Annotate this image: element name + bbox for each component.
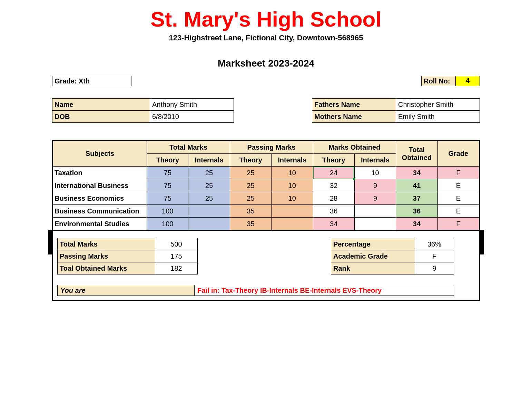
cell: 28 bbox=[313, 192, 354, 205]
subject-name: Taxation bbox=[53, 167, 147, 179]
grade-label: Grade: Xth bbox=[52, 76, 131, 86]
student-right-table: Fathers Name Christopher Smith Mothers N… bbox=[312, 98, 480, 123]
status-value: Fail in: Tax-Theory IB-Internals BE-Inte… bbox=[195, 285, 454, 296]
cell: 35 bbox=[230, 218, 271, 231]
cell bbox=[188, 218, 230, 231]
cell: 34 bbox=[396, 167, 437, 179]
subject-name: Environmental Studies bbox=[53, 218, 147, 231]
student-info-row: Name Anthony Smith DOB 6/8/2010 Fathers … bbox=[52, 98, 480, 123]
table-row: Business Communication100353636E bbox=[53, 205, 480, 218]
header-mo-internals: Internals bbox=[354, 154, 396, 167]
cell: 34 bbox=[313, 218, 354, 231]
header-pm-theory: Theory bbox=[230, 154, 271, 167]
cell: E bbox=[437, 192, 479, 205]
cell: 9 bbox=[354, 192, 396, 205]
cell: 41 bbox=[396, 179, 437, 192]
total-marks-value: 500 bbox=[155, 238, 198, 250]
cell: 10 bbox=[272, 167, 313, 179]
table-row: Taxation75252510241034F bbox=[53, 167, 480, 179]
cell: 34 bbox=[396, 218, 437, 231]
grade-roll-row: Grade: Xth Roll No: 4 bbox=[52, 76, 480, 86]
cell: 25 bbox=[230, 192, 271, 205]
cell: 10 bbox=[272, 192, 313, 205]
header-grade: Grade bbox=[437, 141, 479, 167]
cell: F bbox=[437, 167, 479, 179]
summary-right-table: Percentage 36% Academic Grade F Rank 9 bbox=[331, 238, 454, 274]
marksheet-title: Marksheet 2023-2024 bbox=[52, 58, 480, 69]
cell bbox=[354, 218, 396, 231]
roll-no-label: Roll No: bbox=[421, 76, 456, 86]
cell: 36 bbox=[313, 205, 354, 218]
cell: 35 bbox=[230, 205, 271, 218]
academic-grade-label: Academic Grade bbox=[331, 250, 415, 262]
rank-value: 9 bbox=[415, 262, 454, 274]
cell: 100 bbox=[147, 205, 188, 218]
cell: 36 bbox=[396, 205, 437, 218]
cell bbox=[272, 218, 313, 231]
cell: 32 bbox=[313, 179, 354, 192]
cell bbox=[272, 205, 313, 218]
obtained-marks-label: Toal Obtained Marks bbox=[58, 262, 155, 274]
passing-marks-value: 175 bbox=[155, 250, 198, 262]
father-label: Fathers Name bbox=[312, 99, 396, 111]
cell: F bbox=[437, 218, 479, 231]
roll-box: Roll No: 4 bbox=[421, 76, 480, 86]
percentage-label: Percentage bbox=[331, 238, 415, 250]
cell: 10 bbox=[354, 167, 396, 179]
cell: 75 bbox=[147, 192, 188, 205]
summary-section: Total Marks 500 Passing Marks 175 Toal O… bbox=[52, 231, 480, 301]
cell: 25 bbox=[188, 179, 230, 192]
cell bbox=[354, 205, 396, 218]
header-passing-marks: Passing Marks bbox=[230, 141, 313, 154]
header-tm-theory: Theory bbox=[147, 154, 188, 167]
marksheet-document: St. Mary's High School 123-Highstreet La… bbox=[52, 7, 480, 301]
student-left-table: Name Anthony Smith DOB 6/8/2010 bbox=[52, 98, 234, 123]
school-address: 123-Highstreet Lane, Fictional City, Dow… bbox=[52, 33, 480, 42]
cell: 75 bbox=[147, 167, 188, 179]
cell: 100 bbox=[147, 218, 188, 231]
table-row: Environmental Studies100353434F bbox=[53, 218, 480, 231]
header-total-obtained: Total Obtained bbox=[396, 141, 437, 167]
status-label: You are bbox=[57, 285, 195, 296]
name-value: Anthony Smith bbox=[150, 99, 234, 111]
header-total-marks: Total Marks bbox=[147, 141, 230, 154]
cell: 25 bbox=[188, 167, 230, 179]
marks-table: Subjects Total Marks Passing Marks Marks… bbox=[52, 140, 480, 231]
header-pm-internals: Internals bbox=[272, 154, 313, 167]
cell: 37 bbox=[396, 192, 437, 205]
cell: E bbox=[437, 179, 479, 192]
roll-no-value: 4 bbox=[456, 76, 480, 86]
cell: E bbox=[437, 205, 479, 218]
subject-name: Business Communication bbox=[53, 205, 147, 218]
subject-name: Business Economics bbox=[53, 192, 147, 205]
header-mo-theory: Theory bbox=[313, 154, 354, 167]
subject-name: International Business bbox=[53, 179, 147, 192]
total-marks-label: Total Marks bbox=[58, 238, 155, 250]
rank-label: Rank bbox=[331, 262, 415, 274]
status-row: You are Fail in: Tax-Theory IB-Internals… bbox=[53, 285, 479, 296]
cell: 9 bbox=[354, 179, 396, 192]
cell: 25 bbox=[188, 192, 230, 205]
header-marks-obtained: Marks Obtained bbox=[313, 141, 396, 154]
cell: 25 bbox=[230, 167, 271, 179]
header-tm-internals: Internals bbox=[188, 154, 230, 167]
passing-marks-label: Passing Marks bbox=[58, 250, 155, 262]
table-row: International Business7525251032941E bbox=[53, 179, 480, 192]
table-row: Business Economics7525251028937E bbox=[53, 192, 480, 205]
summary-left-table: Total Marks 500 Passing Marks 175 Toal O… bbox=[57, 238, 198, 274]
cell: 25 bbox=[230, 179, 271, 192]
mother-value: Emily Smith bbox=[396, 111, 480, 123]
cell: 10 bbox=[272, 179, 313, 192]
percentage-value: 36% bbox=[415, 238, 454, 250]
name-label: Name bbox=[52, 99, 150, 111]
dob-label: DOB bbox=[52, 111, 150, 123]
academic-grade-value: F bbox=[415, 250, 454, 262]
header-subjects: Subjects bbox=[53, 141, 147, 167]
dob-value: 6/8/2010 bbox=[150, 111, 234, 123]
cell bbox=[188, 205, 230, 218]
obtained-marks-value: 182 bbox=[155, 262, 198, 274]
father-value: Christopher Smith bbox=[396, 99, 480, 111]
cell: 24 bbox=[313, 167, 354, 179]
mother-label: Mothers Name bbox=[312, 111, 396, 123]
cell: 75 bbox=[147, 179, 188, 192]
